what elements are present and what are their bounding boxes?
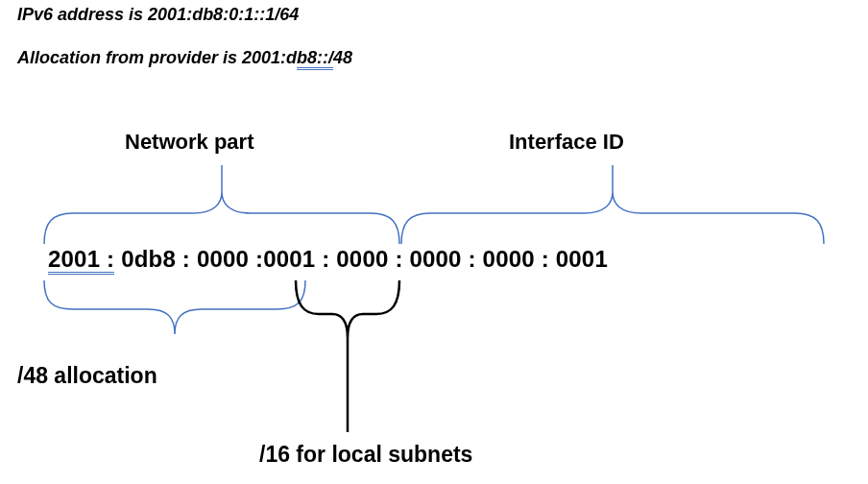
intro-line-2-after: 48	[333, 48, 352, 67]
ipv6-address-expanded: 2001 : 0db8 : 0000 :0001 : 0000 : 0000 :…	[48, 246, 608, 273]
brace-subnet-16	[296, 280, 399, 434]
intro-line-2-before: 2001:d	[242, 48, 297, 67]
intro-line-2-prefix: Allocation from provider is	[17, 48, 242, 67]
label-interface-id: Interface ID	[509, 130, 624, 155]
brace-alloc-48	[44, 280, 305, 338]
addr-group-6: 0000	[409, 246, 461, 272]
intro-line-1-prefix: IPv6 address is	[17, 5, 148, 24]
addr-group-1: 2001	[48, 246, 100, 275]
label-subnet-16: /16 for local subnets	[259, 442, 472, 468]
label-network-part: Network part	[125, 130, 253, 155]
addr-group-7: 0000	[483, 246, 535, 272]
colon-1: :	[100, 246, 114, 275]
addr-group-8: 0001	[556, 246, 608, 272]
intro-line-1: IPv6 address is 2001:db8:0:1::1/64	[17, 5, 299, 25]
addr-group-2: 0db8	[121, 246, 176, 272]
diagram-stage: IPv6 address is 2001:db8:0:1::1/64 Alloc…	[0, 0, 868, 484]
intro-line-2-underlined: b8::/	[297, 48, 333, 70]
addr-group-3: 0000	[197, 246, 249, 272]
label-alloc-48: /48 allocation	[17, 363, 157, 389]
brace-network-part	[44, 165, 399, 244]
addr-group-4: 0001	[263, 246, 315, 272]
brace-interface-id	[401, 165, 824, 244]
intro-line-2: Allocation from provider is 2001:db8::/4…	[17, 48, 352, 68]
intro-line-1-value: 2001:db8:0:1::1/64	[148, 5, 299, 24]
addr-group-5: 0000	[336, 246, 388, 272]
